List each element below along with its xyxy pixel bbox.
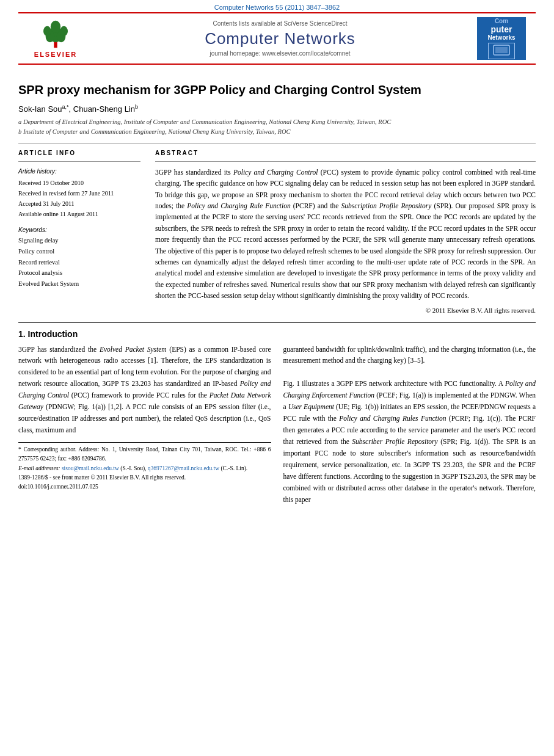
article-info-abstract: ARTICLE INFO Article history: Received 1… <box>18 150 536 314</box>
intro-right-col: guaranteed bandwidth for uplink/downlink… <box>283 344 536 506</box>
intro-left-col: 3GPP has standardized the Evolved Packet… <box>18 344 271 506</box>
intro-heading: 1. Introduction <box>18 329 536 339</box>
footnote-section: * Corresponding author. Address: No. 1, … <box>18 442 271 492</box>
article-info-label: ARTICLE INFO <box>18 150 140 156</box>
journal-title: Computer Networks <box>90 29 470 48</box>
svg-point-5 <box>60 26 68 36</box>
abstract-divider <box>155 161 536 162</box>
svg-point-6 <box>51 21 60 33</box>
affiliations: a Department of Electrical Engineering, … <box>18 117 536 137</box>
keywords-list: Signaling delay Policy control Record re… <box>18 235 140 289</box>
journal-header: ELSEVIER Contents lists available at Sci… <box>18 12 536 65</box>
journal-citation: Computer Networks 55 (2011) 3847–3862 <box>0 0 554 12</box>
abstract-label: ABSTRACT <box>155 150 536 156</box>
article-dates: Received 19 October 2010 Received in rev… <box>18 178 140 219</box>
keywords-title: Keywords: <box>18 227 140 233</box>
journal-logo-right: Com puter Networks <box>477 17 526 60</box>
article-info: ARTICLE INFO Article history: Received 1… <box>18 150 140 314</box>
svg-rect-8 <box>495 47 508 53</box>
paper-title: SPR proxy mechanism for 3GPP Policy and … <box>18 82 536 98</box>
abstract-section: ABSTRACT 3GPP has standardized its Polic… <box>155 150 536 314</box>
journal-center: Contents lists available at SciVerse Sci… <box>90 20 470 57</box>
copyright-line: © 2011 Elsevier B.V. All rights reserved… <box>155 307 536 314</box>
svg-point-4 <box>43 26 51 36</box>
header-divider <box>18 143 536 144</box>
footnote-corresponding: * Corresponding author. Address: No. 1, … <box>18 445 271 463</box>
article-info-divider <box>18 161 140 162</box>
keywords-block: Keywords: Signaling delay Policy control… <box>18 227 140 289</box>
footnote-doi: doi:10.1016/j.comnet.2011.07.025 <box>18 482 271 492</box>
footnote-email: E-mail addresses: sisou@mail.ncku.edu.tw… <box>18 464 271 473</box>
journal-homepage: journal homepage: www.elsevier.com/locat… <box>90 50 470 57</box>
body-divider <box>18 322 536 323</box>
elsevier-logo: ELSEVIER <box>28 19 83 58</box>
article-history-title: Article history: <box>18 167 140 176</box>
article-info-block: Article history: Received 19 October 201… <box>18 167 140 219</box>
elsevier-tree-icon <box>37 19 74 49</box>
authors-line: Sok-Ian Soua,*, Chuan-Sheng Linb <box>18 104 536 114</box>
abstract-text: 3GPP has standardized its Policy and Cha… <box>155 167 536 302</box>
monitor-icon <box>492 45 511 56</box>
elsevier-brand-text: ELSEVIER <box>34 51 77 58</box>
intro-body: 3GPP has standardized the Evolved Packet… <box>18 344 536 506</box>
footnote-issn: 1389-1286/$ - see front matter © 2011 El… <box>18 473 271 482</box>
sciverse-line: Contents lists available at SciVerse Sci… <box>90 20 470 27</box>
paper-body: SPR proxy mechanism for 3GPP Policy and … <box>0 65 554 518</box>
